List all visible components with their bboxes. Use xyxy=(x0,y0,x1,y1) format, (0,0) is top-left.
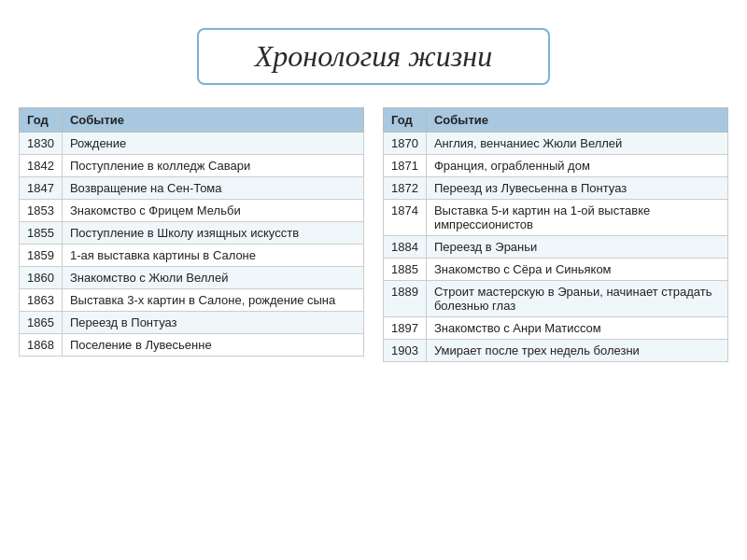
cell-event: Знакомство с Анри Матиссом xyxy=(426,317,727,340)
cell-event: Выставка 5-и картин на 1-ой выставке имп… xyxy=(426,200,727,236)
left-table: Год Событие 1830Рождение1842Поступление … xyxy=(19,107,364,357)
table-row: 1889Строит мастерскую в Эраньи, начинает… xyxy=(384,281,728,317)
left-table-body: 1830Рождение1842Поступление в колледж Са… xyxy=(20,133,364,357)
table-row: 1868Поселение в Лувесьенне xyxy=(20,334,364,357)
cell-year: 1830 xyxy=(20,133,63,155)
table-row: 1830Рождение xyxy=(20,133,364,155)
table-row: 18591-ая выставка картины в Салоне xyxy=(20,245,364,267)
table-row: 1855Поступление в Школу изящных искусств xyxy=(20,222,364,245)
cell-year: 1842 xyxy=(20,155,63,177)
table-row: 1874Выставка 5-и картин на 1-ой выставке… xyxy=(384,200,728,236)
left-table-header-row: Год Событие xyxy=(20,108,364,133)
cell-event: Знакомство с Жюли Веллей xyxy=(62,267,363,289)
right-table-container: Год Событие 1870Англия, венчаниес Жюли В… xyxy=(383,107,728,362)
cell-event: Поступление в колледж Савари xyxy=(62,155,363,177)
table-row: 1885Знакомство с Сёра и Синьяком xyxy=(384,259,728,281)
table-row: 1847Возвращение на Сен-Тома xyxy=(20,177,364,200)
right-table-header-row: Год Событие xyxy=(384,108,728,133)
cell-year: 1865 xyxy=(20,312,63,334)
cell-year: 1860 xyxy=(20,267,63,289)
table-row: 1871Франция, ограбленный дом xyxy=(384,155,728,177)
cell-year: 1847 xyxy=(20,177,63,200)
cell-year: 1871 xyxy=(384,155,427,177)
cell-event: Поступление в Школу изящных искусств xyxy=(62,222,363,245)
table-row: 1860Знакомство с Жюли Веллей xyxy=(20,267,364,289)
left-header-year: Год xyxy=(20,108,63,133)
cell-event: Строит мастерскую в Эраньи, начинает стр… xyxy=(426,281,727,317)
table-row: 1903Умирает после трех недель болезни xyxy=(384,340,728,362)
cell-year: 1903 xyxy=(384,340,427,362)
cell-year: 1870 xyxy=(384,133,427,155)
right-header-year: Год xyxy=(384,108,427,133)
cell-event: Переезд в Эраньи xyxy=(426,236,727,259)
cell-event: Переезд в Понтуаз xyxy=(62,312,363,334)
table-row: 1842Поступление в колледж Савари xyxy=(20,155,364,177)
table-row: 1872Переезд из Лувесьенна в Понтуаз xyxy=(384,177,728,200)
cell-event: Возвращение на Сен-Тома xyxy=(62,177,363,200)
cell-year: 1872 xyxy=(384,177,427,200)
cell-year: 1889 xyxy=(384,281,427,317)
cell-event: Франция, ограбленный дом xyxy=(426,155,727,177)
cell-year: 1855 xyxy=(20,222,63,245)
cell-event: Англия, венчаниес Жюли Веллей xyxy=(426,133,727,155)
cell-year: 1874 xyxy=(384,200,427,236)
cell-event: Умирает после трех недель болезни xyxy=(426,340,727,362)
cell-event: Выставка 3-х картин в Салоне, рождение с… xyxy=(62,289,363,312)
cell-event: Переезд из Лувесьенна в Понтуаз xyxy=(426,177,727,200)
cell-year: 1897 xyxy=(384,317,427,340)
left-table-container: Год Событие 1830Рождение1842Поступление … xyxy=(19,107,364,362)
table-row: 1853Знакомство с Фрицем Мельби xyxy=(20,200,364,222)
table-row: 1863Выставка 3-х картин в Салоне, рожден… xyxy=(20,289,364,312)
cell-event: 1-ая выставка картины в Салоне xyxy=(62,245,363,267)
cell-year: 1853 xyxy=(20,200,63,222)
left-header-event: Событие xyxy=(62,108,363,133)
cell-year: 1868 xyxy=(20,334,63,357)
cell-year: 1884 xyxy=(384,236,427,259)
table-row: 1870Англия, венчаниес Жюли Веллей xyxy=(384,133,728,155)
page-title: Хронология жизни xyxy=(255,39,492,73)
title-box: Хронология жизни xyxy=(197,28,550,85)
table-row: 1897Знакомство с Анри Матиссом xyxy=(384,317,728,340)
cell-event: Рождение xyxy=(62,133,363,155)
cell-year: 1885 xyxy=(384,259,427,281)
table-row: 1884Переезд в Эраньи xyxy=(384,236,728,259)
cell-event: Поселение в Лувесьенне xyxy=(62,334,363,357)
cell-year: 1859 xyxy=(20,245,63,267)
table-row: 1865Переезд в Понтуаз xyxy=(20,312,364,334)
cell-event: Знакомство с Фрицем Мельби xyxy=(62,200,363,222)
right-header-event: Событие xyxy=(426,108,727,133)
cell-event: Знакомство с Сёра и Синьяком xyxy=(426,259,727,281)
right-table-body: 1870Англия, венчаниес Жюли Веллей1871Фра… xyxy=(384,133,728,362)
tables-wrapper: Год Событие 1830Рождение1842Поступление … xyxy=(19,107,728,362)
right-table: Год Событие 1870Англия, венчаниес Жюли В… xyxy=(383,107,728,362)
cell-year: 1863 xyxy=(20,289,63,312)
